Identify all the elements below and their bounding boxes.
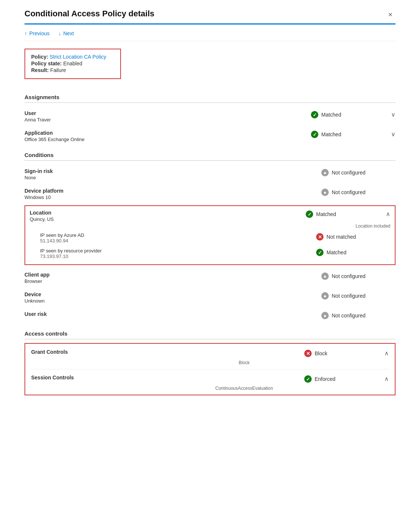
policy-state-row: Policy state: Enabled	[31, 61, 114, 66]
panel-title: Conditional Access Policy details	[24, 9, 154, 19]
policy-label: Policy:	[31, 54, 48, 60]
user-label: User	[24, 110, 311, 116]
user-left: User Anna Traver	[24, 110, 311, 123]
location-azure-name: IP seen by Azure AD	[40, 232, 316, 238]
policy-result-row: Result: Failure	[31, 67, 114, 73]
location-sub-row-resource: IP seen by resource provider 73.193.97.1…	[25, 246, 395, 261]
next-label: Next	[63, 30, 74, 36]
user-value: Anna Traver	[24, 117, 311, 123]
conditions-section-header: Conditions	[24, 152, 396, 158]
location-azure-status-icon: ✕	[316, 233, 324, 241]
user-risk-row: User risk ● Not configured	[24, 307, 396, 323]
client-app-value: Browser	[24, 278, 321, 284]
device-platform-status-icon: ●	[321, 189, 329, 196]
device-platform-label: Device platform	[24, 188, 321, 194]
location-azure-status: ✕ Not matched	[316, 232, 390, 241]
next-arrow-icon: ↓	[58, 30, 61, 36]
user-expand-icon[interactable]: ∨	[391, 110, 396, 118]
location-main-row: Location Quincy, US ✓ Matched ∧	[25, 206, 395, 223]
location-box: Location Quincy, US ✓ Matched ∧ Location…	[24, 205, 396, 265]
user-risk-label: User risk	[24, 311, 321, 317]
location-resource-status-label: Matched	[327, 249, 347, 255]
grant-controls-expand-icon[interactable]: ∧	[384, 349, 389, 357]
location-sub-label: Location included	[25, 223, 395, 229]
client-app-label: Client app	[24, 272, 321, 278]
device-label: Device	[24, 291, 321, 297]
location-resource-left: IP seen by resource provider 73.193.97.1…	[40, 248, 316, 259]
application-matched-icon: ✓	[311, 131, 318, 138]
sign-in-risk-status-label: Not configured	[332, 170, 365, 176]
location-value: Quincy, US	[30, 216, 306, 222]
user-risk-left: User risk	[24, 311, 321, 318]
client-app-status: ● Not configured	[321, 272, 396, 280]
access-controls-divider	[24, 339, 396, 339]
user-matched-icon: ✓	[311, 111, 318, 118]
session-controls-sub-label: ContinuousAccessEvaluation	[25, 385, 395, 395]
grant-controls-status: ✕ Block	[304, 349, 378, 357]
device-platform-status-label: Not configured	[332, 189, 365, 195]
application-expand-icon[interactable]: ∨	[391, 130, 396, 138]
policy-info-box: Policy: Strict Location CA Policy Policy…	[24, 49, 121, 79]
sign-in-risk-status-icon: ●	[321, 169, 329, 176]
policy-result-value: Failure	[50, 67, 66, 73]
user-status: ✓ Matched	[311, 110, 385, 118]
sign-in-risk-left: Sign-in risk None	[24, 168, 321, 180]
user-risk-status-label: Not configured	[332, 313, 365, 319]
location-resource-status-icon: ✓	[316, 249, 324, 256]
client-app-left: Client app Browser	[24, 272, 321, 284]
grant-controls-row: Grant Controls ✕ Block ∧	[25, 344, 395, 359]
sign-in-risk-status: ● Not configured	[321, 168, 396, 176]
session-controls-expand-icon[interactable]: ∧	[384, 375, 389, 382]
client-app-status-icon: ●	[321, 272, 329, 280]
grant-controls-left: Grant Controls	[31, 349, 304, 355]
session-controls-status-label: Enforced	[315, 376, 335, 382]
device-left: Device Unknown	[24, 291, 321, 304]
location-azure-ip: 51.143.90.94	[40, 238, 316, 244]
grant-controls-status-icon: ✕	[304, 350, 312, 357]
application-label: Application	[24, 130, 311, 136]
location-status-label: Matched	[316, 211, 336, 217]
location-matched-icon: ✓	[306, 210, 313, 218]
policy-name-row: Policy: Strict Location CA Policy	[31, 54, 114, 60]
location-azure-left: IP seen by Azure AD 51.143.90.94	[40, 232, 316, 244]
location-label: Location	[30, 210, 306, 216]
previous-button[interactable]: ↑ Previous	[24, 30, 49, 36]
session-controls-status: ✓ Enforced	[304, 375, 378, 383]
conditions-divider	[24, 160, 396, 161]
device-status: ● Not configured	[321, 291, 396, 300]
application-value: Office 365 Exchange Online	[24, 137, 311, 142]
application-status: ✓ Matched	[311, 130, 385, 138]
next-button[interactable]: ↓ Next	[58, 30, 74, 36]
policy-link[interactable]: Strict Location CA Policy	[50, 54, 106, 60]
device-platform-left: Device platform Windows 10	[24, 188, 321, 200]
device-value: Unknown	[24, 298, 321, 304]
close-button[interactable]: ×	[385, 9, 396, 20]
application-left: Application Office 365 Exchange Online	[24, 130, 311, 142]
user-status-label: Matched	[321, 112, 341, 118]
device-status-icon: ●	[321, 292, 329, 300]
location-sub-row-azure: IP seen by Azure AD 51.143.90.94 ✕ Not m…	[25, 230, 395, 246]
session-controls-row: Session Controls ✓ Enforced ∧	[25, 369, 395, 385]
user-risk-status: ● Not configured	[321, 311, 396, 319]
location-expand-icon[interactable]: ∧	[386, 210, 390, 218]
device-status-label: Not configured	[332, 293, 365, 299]
application-status-label: Matched	[321, 131, 341, 137]
user-risk-status-icon: ●	[321, 312, 329, 319]
client-app-row: Client app Browser ● Not configured	[24, 268, 396, 288]
assignments-section-header: Assignments	[24, 94, 396, 100]
session-controls-left: Session Controls	[31, 375, 304, 381]
policy-state-label: Policy state:	[31, 61, 62, 66]
access-controls-box: Grant Controls ✕ Block ∧ Block Session C…	[24, 343, 396, 395]
grant-controls-status-label: Block	[315, 350, 327, 356]
device-platform-row: Device platform Windows 10 ● Not configu…	[24, 184, 396, 204]
previous-arrow-icon: ↑	[24, 30, 27, 36]
sign-in-risk-label: Sign-in risk	[24, 168, 321, 174]
location-resource-status: ✓ Matched	[316, 248, 390, 256]
location-left: Location Quincy, US	[30, 210, 306, 222]
location-resource-ip: 73.193.97.10	[40, 254, 316, 259]
sign-in-risk-value: None	[24, 175, 321, 180]
policy-state-value: Enabled	[63, 61, 82, 66]
device-row: Device Unknown ● Not configured	[24, 288, 396, 307]
device-platform-value: Windows 10	[24, 195, 321, 200]
application-row: Application Office 365 Exchange Online ✓…	[24, 126, 396, 146]
